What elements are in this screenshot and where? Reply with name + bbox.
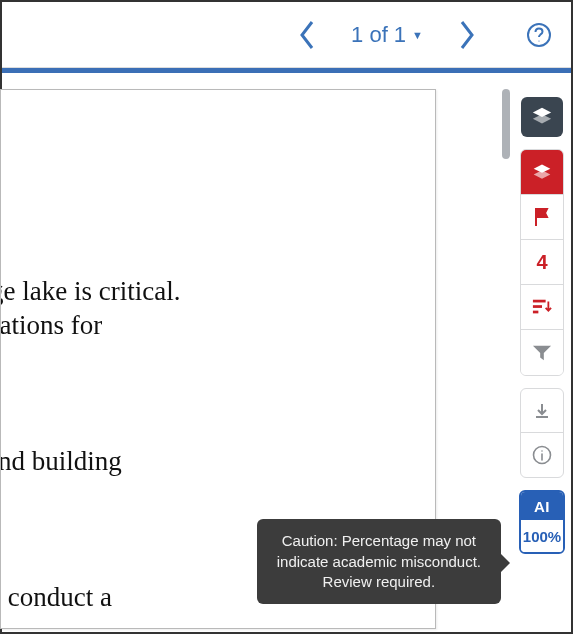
svg-marker-5 [534,170,551,178]
flag-count-value: 4 [536,251,547,274]
caret-down-icon: ▼ [412,29,423,41]
layers-button[interactable] [521,97,563,137]
svg-point-1 [538,40,539,41]
scrollbar-thumb[interactable] [502,89,510,159]
sort-button[interactable] [521,285,563,330]
flag-button[interactable] [521,195,563,240]
chevron-left-icon [297,19,317,51]
info-button[interactable] [521,433,563,477]
svg-rect-7 [533,305,542,308]
flags-group: 4 [520,149,564,376]
svg-rect-6 [533,300,546,303]
info-icon [532,445,552,465]
doc-line: gy of the area, we must conduct a [0,580,112,615]
ai-caution-tooltip: Caution: Percentage may not indicate aca… [257,519,501,604]
next-page-button[interactable] [451,19,483,51]
layers-icon [532,163,552,181]
tooltip-line: Review required. [277,572,481,592]
help-icon [526,22,552,48]
tooltip-line: Caution: Percentage may not [277,531,481,551]
doc-line: , carefully examining and building [0,444,122,479]
top-toolbar: 1 of 1 ▼ [2,2,571,68]
doc-line: the spillway of this large lake is criti… [0,274,180,309]
content-area: the spillway of this large lake is criti… [2,73,571,632]
download-button[interactable] [521,389,563,433]
sort-desc-icon [532,298,552,316]
page-label-text: 1 of 1 [351,22,406,48]
doc-line: signs outlining specifications for [0,308,102,343]
svg-marker-9 [533,345,551,360]
ai-label: AI [521,492,563,520]
layers-red-button[interactable] [521,150,563,195]
pager: 1 of 1 ▼ [291,19,483,51]
utility-group [520,388,564,478]
tooltip-line: indicate academic misconduct. [277,552,481,572]
ai-value: 100% [521,520,563,552]
svg-rect-8 [533,311,538,314]
layers-icon [531,106,553,128]
filter-icon [532,344,552,362]
help-button[interactable] [525,21,553,49]
app-frame: 1 of 1 ▼ the spillway of this large lake… [0,0,573,634]
flag-count[interactable]: 4 [521,240,563,285]
svg-marker-3 [533,114,551,123]
svg-point-11 [541,450,543,452]
download-icon [533,402,551,420]
filter-button[interactable] [521,330,563,375]
side-panel: 4 [513,73,571,632]
ai-score-widget[interactable]: AI 100% [519,490,565,554]
page-indicator[interactable]: 1 of 1 ▼ [351,22,423,48]
prev-page-button[interactable] [291,19,323,51]
scrollbar[interactable] [499,89,513,629]
flag-icon [533,207,551,227]
chevron-right-icon [457,19,477,51]
